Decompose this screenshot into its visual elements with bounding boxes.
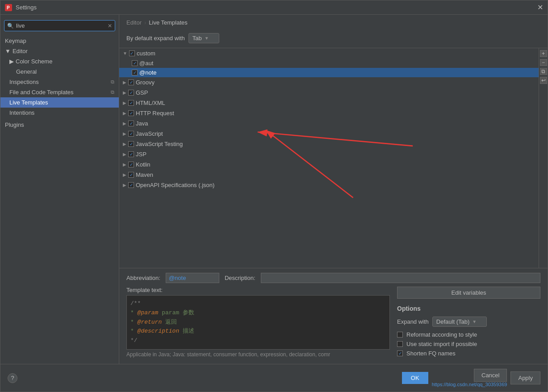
ok-button[interactable]: OK bbox=[402, 372, 428, 384]
group-js-testing-checkbox[interactable] bbox=[128, 141, 134, 147]
group-groovy-checkbox[interactable] bbox=[128, 79, 134, 85]
template-group-custom[interactable]: ▼ custom bbox=[119, 48, 539, 58]
search-box[interactable]: 🔍 ✕ bbox=[4, 20, 115, 31]
code-line-2: * @param param 参数 bbox=[130, 309, 386, 318]
group-kotlin-checkbox[interactable] bbox=[128, 162, 134, 167]
template-group-gsp[interactable]: ▶ GSP bbox=[119, 88, 539, 98]
item-note-checkbox[interactable] bbox=[132, 70, 138, 75]
template-group-groovy[interactable]: ▶ Groovy bbox=[119, 77, 539, 88]
shorten-fq-checkbox[interactable] bbox=[397, 350, 403, 356]
options-panel: Edit variables Options Expand with Defau… bbox=[397, 287, 540, 359]
cancel-button[interactable]: Cancel bbox=[474, 369, 507, 382]
static-import-checkbox[interactable] bbox=[397, 341, 403, 347]
add-template-button[interactable]: + bbox=[540, 50, 547, 57]
item-aut-checkbox[interactable] bbox=[132, 60, 138, 66]
template-item-aut[interactable]: @aut bbox=[119, 58, 539, 68]
editor-collapse-icon: ▼ bbox=[5, 48, 11, 54]
group-gsp-label: GSP bbox=[136, 89, 148, 96]
remove-template-button[interactable]: − bbox=[540, 59, 547, 66]
group-openapi-arrow: ▶ bbox=[123, 183, 126, 188]
template-group-html-xml[interactable]: ▶ HTML/XML bbox=[119, 98, 539, 108]
group-jsp-checkbox[interactable] bbox=[128, 151, 134, 157]
expand-with-label: By default expand with bbox=[126, 35, 185, 42]
group-java-arrow: ▶ bbox=[123, 121, 126, 126]
csdn-link[interactable]: https://blog.csdn.net/qq_30359369 bbox=[432, 382, 507, 387]
applicable-text: Applicable in Java; Java: statement, con… bbox=[126, 351, 390, 358]
expand-bar: By default expand with Tab ▼ bbox=[119, 30, 548, 48]
template-group-kotlin[interactable]: ▶ Kotlin bbox=[119, 159, 539, 170]
breadcrumb-parent: Editor bbox=[126, 19, 142, 26]
group-javascript-label: JavaScript bbox=[136, 130, 163, 137]
code-line-1: /** bbox=[130, 299, 386, 309]
group-javascript-checkbox[interactable] bbox=[128, 131, 134, 137]
reformat-option-row: Reformat according to style bbox=[397, 331, 540, 338]
sidebar-item-inspections[interactable]: Inspections ⧉ bbox=[0, 77, 119, 87]
group-java-checkbox[interactable] bbox=[128, 121, 134, 126]
sidebar-item-intentions[interactable]: Intentions bbox=[0, 108, 119, 118]
help-button[interactable]: ? bbox=[8, 373, 17, 383]
template-group-javascript[interactable]: ▶ JavaScript bbox=[119, 129, 539, 139]
search-input[interactable] bbox=[16, 22, 105, 29]
code-area-row: Template text: /** * @param param 参数 * @… bbox=[126, 287, 540, 359]
group-custom-checkbox[interactable] bbox=[129, 50, 135, 56]
sidebar-item-general[interactable]: General bbox=[0, 67, 119, 77]
app-icon: P bbox=[5, 4, 12, 11]
sidebar-item-plugins[interactable]: Plugins bbox=[0, 120, 119, 130]
group-http-request-checkbox[interactable] bbox=[128, 110, 134, 116]
group-openapi-checkbox[interactable] bbox=[128, 182, 134, 188]
expand-with-dropdown[interactable]: Tab ▼ bbox=[188, 33, 219, 43]
template-group-openapi[interactable]: ▶ OpenAPI Specifications (.json) bbox=[119, 180, 539, 190]
footer: ? OK Cancel https://blog.csdn.net/qq_303… bbox=[0, 364, 548, 392]
search-clear-icon[interactable]: ✕ bbox=[108, 23, 112, 29]
expand-with-dropdown-arrow: ▼ bbox=[472, 319, 477, 324]
title-bar: P Settings ✕ bbox=[0, 0, 548, 15]
reformat-label: Reformat according to style bbox=[406, 331, 477, 338]
group-js-testing-label: JavaScript Testing bbox=[136, 141, 183, 147]
breadcrumb-current: Live Templates bbox=[149, 19, 187, 26]
abbreviation-input[interactable] bbox=[166, 273, 219, 283]
breadcrumb-separator: › bbox=[144, 19, 146, 26]
file-code-templates-icon: ⧉ bbox=[111, 89, 114, 95]
abbrev-desc-row: Abbreviation: Description: bbox=[126, 273, 540, 283]
group-html-xml-label: HTML/XML bbox=[136, 100, 165, 106]
sidebar-item-inspections-label: Inspections bbox=[9, 79, 39, 85]
edit-variables-button[interactable]: Edit variables bbox=[397, 287, 540, 299]
bottom-panel: Abbreviation: Description: Template text… bbox=[119, 268, 548, 364]
abbreviation-label: Abbreviation: bbox=[126, 275, 160, 281]
undo-template-button[interactable]: ↩ bbox=[540, 77, 547, 84]
code-area[interactable]: /** * @param param 参数 * @return 返回 * @de… bbox=[126, 295, 390, 350]
template-group-javascript-testing[interactable]: ▶ JavaScript Testing bbox=[119, 139, 539, 149]
options-title: Options bbox=[397, 305, 540, 312]
expand-with-option-value: Default (Tab) bbox=[436, 318, 469, 325]
template-group-jsp[interactable]: ▶ JSP bbox=[119, 149, 539, 159]
sidebar-item-editor[interactable]: ▼ Editor bbox=[0, 46, 119, 56]
template-group-java[interactable]: ▶ Java bbox=[119, 118, 539, 129]
group-gsp-checkbox[interactable] bbox=[128, 90, 134, 96]
group-maven-checkbox[interactable] bbox=[128, 172, 134, 178]
sidebar-item-file-code-templates-label: File and Code Templates bbox=[9, 89, 74, 96]
template-item-note[interactable]: @note bbox=[119, 68, 539, 77]
sidebar-item-color-scheme-label: Color Scheme bbox=[16, 58, 52, 65]
sidebar-item-color-scheme[interactable]: ▶ Color Scheme bbox=[0, 56, 119, 67]
copy-template-button[interactable]: ⧉ bbox=[540, 68, 547, 75]
template-group-http-request[interactable]: ▶ HTTP Request bbox=[119, 108, 539, 118]
code-line-5: */ bbox=[130, 336, 386, 346]
sidebar-item-keymap[interactable]: Keymap bbox=[0, 36, 119, 46]
group-groovy-label: Groovy bbox=[136, 79, 155, 86]
template-group-maven[interactable]: ▶ Maven bbox=[119, 170, 539, 180]
sidebar-item-general-label: General bbox=[16, 68, 37, 75]
main-content: 🔍 ✕ Keymap ▼ Editor ▶ Color Scheme Gener… bbox=[0, 15, 548, 364]
static-import-label: Use static import if possible bbox=[406, 341, 477, 347]
color-scheme-expand-icon: ▶ bbox=[9, 58, 14, 65]
apply-button[interactable]: Apply bbox=[510, 371, 540, 384]
expand-with-option-dropdown[interactable]: Default (Tab) ▼ bbox=[432, 317, 487, 327]
group-kotlin-label: Kotlin bbox=[136, 161, 151, 168]
group-html-xml-checkbox[interactable] bbox=[128, 100, 134, 106]
reformat-checkbox[interactable] bbox=[397, 332, 403, 338]
close-button[interactable]: ✕ bbox=[537, 3, 543, 12]
description-input[interactable] bbox=[261, 273, 540, 283]
sidebar-item-file-code-templates[interactable]: File and Code Templates ⧉ bbox=[0, 87, 119, 97]
sidebar-item-plugins-label: Plugins bbox=[5, 121, 24, 128]
expand-with-row: Expand with Default (Tab) ▼ bbox=[397, 317, 540, 327]
sidebar-item-live-templates[interactable]: Live Templates bbox=[0, 97, 119, 108]
